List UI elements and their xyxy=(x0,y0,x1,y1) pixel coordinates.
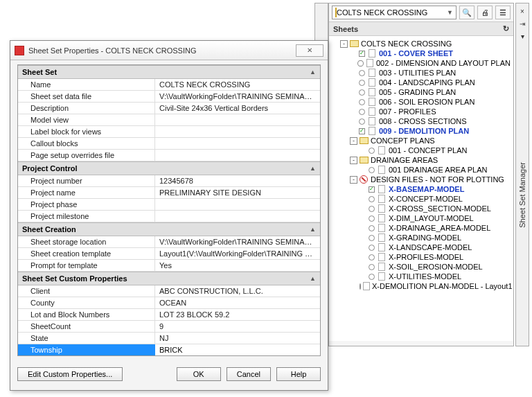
section-header[interactable]: Sheet Set▲ xyxy=(18,65,320,79)
tree-item[interactable]: X-CROSS_SECTION-MODEL xyxy=(333,204,511,213)
tree-item[interactable]: -CONCEPT PLANS xyxy=(333,136,511,145)
tree-item[interactable]: X-LANDSCAPE-MODEL xyxy=(333,242,511,252)
property-row[interactable]: Project number12345678 xyxy=(18,175,320,187)
tree-item[interactable]: ✓001 - COVER SHEET xyxy=(333,48,511,58)
tree-item[interactable]: ✓009 - DEMOLITION PLAN xyxy=(333,126,511,136)
tree-item[interactable]: X-SOIL_EROSION-MODEL xyxy=(333,262,511,272)
tree-item[interactable]: X-CONCEPT-MODEL xyxy=(333,194,511,204)
dialog-title-bar[interactable]: Sheet Set Properties - COLTS NECK CROSSI… xyxy=(10,41,328,60)
collapse-icon[interactable]: ▲ xyxy=(310,165,316,172)
section-header[interactable]: Project Control▲ xyxy=(18,161,320,175)
property-value[interactable] xyxy=(155,138,320,149)
tree-item-label: 002 - DIMENSION AND LAYOUT PLAN xyxy=(376,59,511,67)
tree-item[interactable]: ✓X-BASEMAP-MODEL xyxy=(333,184,511,194)
refresh-icon[interactable]: ↻ xyxy=(503,24,509,33)
property-row[interactable]: SheetCount9 xyxy=(18,321,320,333)
tree-item[interactable]: -COLTS NECK CROSSING xyxy=(333,39,511,48)
property-value[interactable] xyxy=(155,211,320,222)
property-value[interactable]: 12345678 xyxy=(155,175,320,186)
radio-icon xyxy=(369,274,375,280)
property-value[interactable]: Yes xyxy=(155,260,320,271)
tree-item[interactable]: 004 - LANDSCAPING PLAN xyxy=(333,78,511,87)
sheet-tree[interactable]: -COLTS NECK CROSSING✓001 - COVER SHEET00… xyxy=(329,36,513,341)
property-row[interactable]: NameCOLTS NECK CROSSING xyxy=(18,79,320,91)
tree-item[interactable]: 001 - CONCEPT PLAN xyxy=(333,145,511,155)
property-value[interactable]: BRICK xyxy=(155,344,320,355)
section-header[interactable]: Sheet Set Custom Properties▲ xyxy=(18,272,320,285)
tree-item[interactable]: 003 - UTILITIES PLAN xyxy=(333,68,511,78)
folder-icon xyxy=(359,156,369,164)
property-value[interactable]: V:\VaultWorkingFolder\TRAINING SEMINAR S… xyxy=(155,236,320,247)
dialog-title: Sheet Set Properties - COLTS NECK CROSSI… xyxy=(28,46,296,55)
property-value[interactable]: 9 xyxy=(155,321,320,332)
property-value[interactable]: OCEAN xyxy=(155,297,320,308)
ssm-tool-publish-icon[interactable]: 🖨 xyxy=(477,6,493,19)
property-row[interactable]: Project milestone xyxy=(18,211,320,222)
tree-item[interactable]: 001 DRAINAGE AREA PLAN xyxy=(333,165,511,175)
property-grid[interactable]: Sheet Set▲NameCOLTS NECK CROSSINGSheet s… xyxy=(17,64,321,356)
tree-item-label: 007 - PROFILES xyxy=(379,107,436,116)
ssm-tool-refresh-icon[interactable]: 🔍 xyxy=(459,6,475,19)
dialog-close-button[interactable]: ✕ xyxy=(296,44,323,57)
property-value[interactable]: V:\VaultWorkingFolder\TRAINING SEMINAR S… xyxy=(155,91,320,102)
property-row[interactable]: Model view xyxy=(18,114,320,126)
cancel-button[interactable]: Cancel xyxy=(227,367,271,381)
tree-item[interactable]: X-GRADING-MODEL xyxy=(333,233,511,242)
property-row[interactable]: Project phase xyxy=(18,199,320,211)
property-value[interactable] xyxy=(155,199,320,210)
property-row[interactable]: TownshipBRICK xyxy=(18,344,320,355)
property-row[interactable]: ClientABC CONSTRUCTION, L.L.C. xyxy=(18,285,320,297)
collapse-icon[interactable]: ▲ xyxy=(310,226,316,233)
property-value[interactable] xyxy=(155,126,320,137)
property-value[interactable]: Civil-Site 24x36 Vertical Borders xyxy=(155,103,320,114)
collapse-icon[interactable]: ▲ xyxy=(310,69,316,76)
tree-item[interactable]: -DRAINAGE AREAS xyxy=(333,155,511,165)
property-row[interactable]: Callout blocks xyxy=(18,138,320,150)
property-value[interactable]: ABC CONSTRUCTION, L.L.C. xyxy=(155,285,320,297)
tree-item[interactable]: X-UTILITIES-MODEL xyxy=(333,272,511,281)
property-value[interactable] xyxy=(155,150,320,161)
sheet-set-dropdown[interactable]: COLTS NECK CROSSING ▼ xyxy=(332,6,456,19)
ssm-tool-options-icon[interactable]: ☰ xyxy=(495,6,511,19)
property-row[interactable]: Sheet storage locationV:\VaultWorkingFol… xyxy=(18,236,320,248)
tree-item[interactable]: 008 - CROSS SECTIONS xyxy=(333,116,511,126)
tree-item[interactable]: 007 - PROFILES xyxy=(333,107,511,116)
property-value[interactable]: PRELIMINARY SITE DESIGN xyxy=(155,187,320,198)
section-header[interactable]: Sheet Creation▲ xyxy=(18,222,320,236)
ok-button[interactable]: OK xyxy=(177,367,221,381)
expand-toggle-icon[interactable]: - xyxy=(350,137,357,145)
tree-item[interactable]: 005 - GRADING PLAN xyxy=(333,87,511,97)
property-value[interactable] xyxy=(155,114,320,125)
property-value[interactable]: Layout1(V:\VaultWorkingFolder\TRAINING S… xyxy=(155,248,320,259)
property-row[interactable]: Sheet set data fileV:\VaultWorkingFolder… xyxy=(18,91,320,103)
expand-toggle-icon[interactable]: - xyxy=(350,157,357,164)
property-row[interactable]: Lot and Block NumbersLOT 23 BLOCK 59.2 xyxy=(18,309,320,321)
help-button[interactable]: Help xyxy=(276,367,321,381)
tree-item[interactable]: 002 - DIMENSION AND LAYOUT PLAN xyxy=(333,58,511,68)
edit-custom-properties-button[interactable]: Edit Custom Properties... xyxy=(17,367,123,381)
property-value[interactable]: COLTS NECK CROSSING xyxy=(155,79,320,90)
property-row[interactable]: Page setup overrides file xyxy=(18,150,320,161)
tree-item[interactable]: X-PROFILES-MODEL xyxy=(333,252,511,262)
tree-item[interactable]: X-DEMOLITION PLAN-MODEL - Layout1 xyxy=(333,281,511,291)
menu-icon[interactable]: ▾ xyxy=(517,31,527,41)
tree-item[interactable]: X-DRAINAGE_AREA-MODEL xyxy=(333,223,511,233)
property-row[interactable]: CountyOCEAN xyxy=(18,297,320,309)
tree-item-label: X-DIM_LAYOUT-MODEL xyxy=(389,214,474,222)
property-row[interactable]: StateNJ xyxy=(18,333,320,344)
property-row[interactable]: Prompt for templateYes xyxy=(18,260,320,272)
expand-toggle-icon[interactable]: - xyxy=(340,40,348,48)
collapse-icon[interactable]: ▲ xyxy=(310,275,316,282)
tree-item[interactable]: 006 - SOIL EROSION PLAN xyxy=(333,97,511,107)
property-row[interactable]: Project namePRELIMINARY SITE DESIGN xyxy=(18,187,320,199)
pin-icon[interactable]: ⇥ xyxy=(517,19,527,28)
property-value[interactable]: LOT 23 BLOCK 59.2 xyxy=(155,309,320,320)
tree-item[interactable]: -DESIGN FILES - NOT FOR PLOTTING xyxy=(333,175,511,184)
property-row[interactable]: DescriptionCivil-Site 24x36 Vertical Bor… xyxy=(18,103,320,114)
expand-toggle-icon[interactable]: - xyxy=(350,176,357,184)
close-icon[interactable]: × xyxy=(517,6,527,16)
tree-item[interactable]: X-DIM_LAYOUT-MODEL xyxy=(333,213,511,223)
property-value[interactable]: NJ xyxy=(155,333,320,344)
property-row[interactable]: Label block for views xyxy=(18,126,320,138)
property-row[interactable]: Sheet creation templateLayout1(V:\VaultW… xyxy=(18,248,320,260)
